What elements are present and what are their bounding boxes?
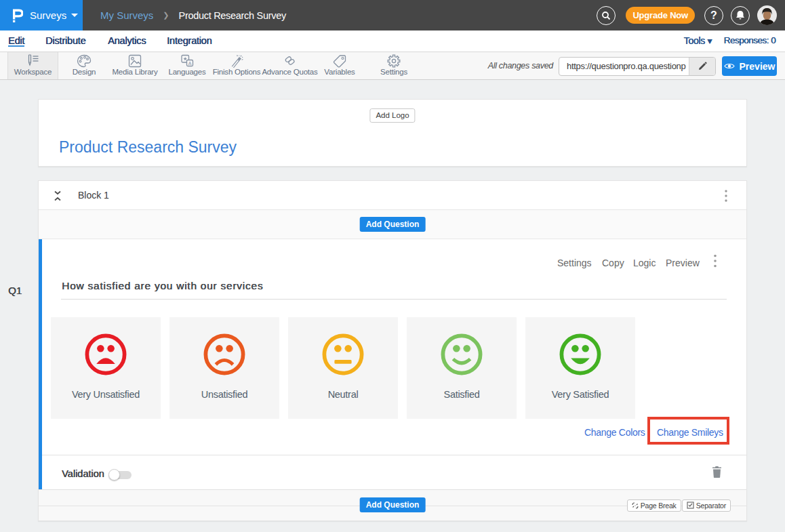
svg-text:A: A: [188, 61, 192, 66]
